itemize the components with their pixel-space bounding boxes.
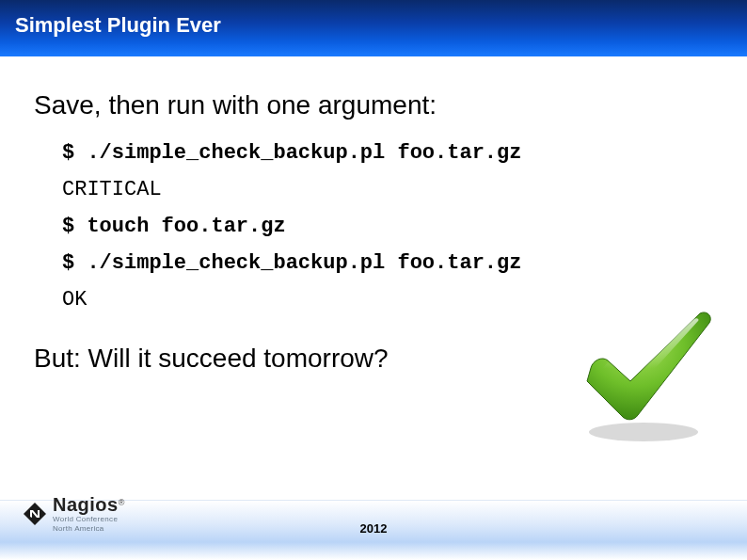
slide-footer: Nagios® World Conference North America 2… <box>0 500 747 560</box>
logo-subtitle-2: North America <box>53 525 124 533</box>
slide-title-bar: Simplest Plugin Ever <box>0 0 747 56</box>
footer-inner: Nagios® World Conference North America 2… <box>0 501 747 560</box>
code-line: $ touch foo.tar.gz <box>62 215 713 238</box>
code-block: $ ./simple_check_backup.pl foo.tar.gz CR… <box>34 141 713 312</box>
logo-text: Nagios® World Conference North America <box>53 495 124 533</box>
code-line: $ ./simple_check_backup.pl foo.tar.gz <box>62 141 713 165</box>
slide-title: Simplest Plugin Ever <box>15 13 221 37</box>
checkmark-icon <box>568 306 719 447</box>
code-line: $ ./simple_check_backup.pl foo.tar.gz <box>62 251 713 275</box>
svg-point-0 <box>589 423 698 441</box>
nagios-logo-icon <box>23 502 47 526</box>
logo-subtitle: World Conference <box>53 516 124 523</box>
body-heading: Save, then run with one argument: <box>34 90 713 120</box>
slide-body: Save, then run with one argument: $ ./si… <box>0 56 747 560</box>
slide: Simplest Plugin Ever Save, then run with… <box>0 0 747 560</box>
logo-name: Nagios <box>53 494 119 515</box>
registered-icon: ® <box>119 498 125 507</box>
footer-year: 2012 <box>360 521 388 536</box>
code-line: CRITICAL <box>62 178 713 201</box>
nagios-logo: Nagios® World Conference North America <box>23 495 124 533</box>
